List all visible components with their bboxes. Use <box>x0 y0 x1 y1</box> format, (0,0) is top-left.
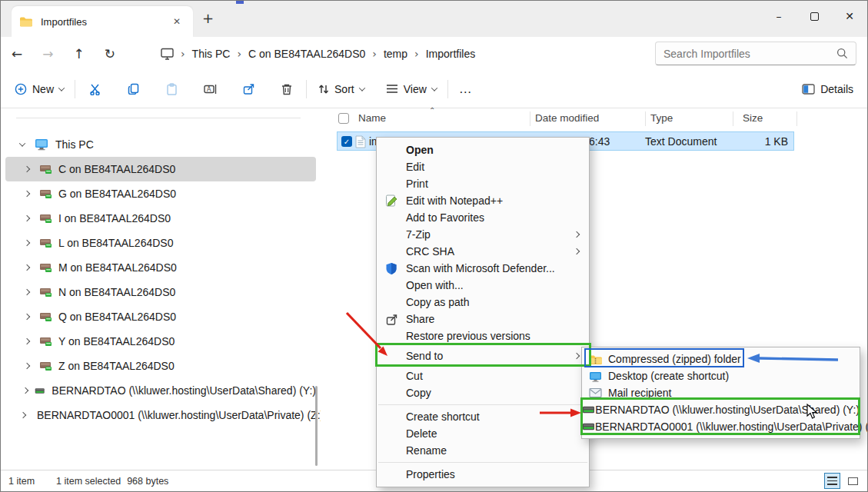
copy-button[interactable] <box>125 83 141 95</box>
details-view-toggle[interactable] <box>824 473 840 489</box>
submenu-item-desktop-shortcut[interactable]: Desktop (create shortcut) <box>582 367 860 384</box>
defender-shield-icon <box>385 262 397 275</box>
breadcrumb-importfiles[interactable]: Importfiles <box>426 48 476 60</box>
forward-button[interactable]: → <box>42 46 53 62</box>
row-checkbox-checked[interactable]: ✓ <box>341 136 352 147</box>
sidebar-item-m-drive[interactable]: M on BE84TAAL264DS0 <box>5 255 316 280</box>
cut-button[interactable] <box>86 83 103 95</box>
menu-item-restore-previous-versions[interactable]: Restore previous versions <box>377 327 589 344</box>
menu-item-print[interactable]: Print <box>377 175 589 192</box>
sidebar-item-bernardtao-y[interactable]: BERNARDTAO (\\kluwer.hosting\UserData\Sh… <box>5 378 316 403</box>
details-pane-icon <box>802 83 815 95</box>
menu-item-copy[interactable]: Copy <box>377 384 589 401</box>
chevron-down-icon[interactable] <box>19 140 25 146</box>
sidebar-item-n-drive[interactable]: N on BE84TAAL264DS0 <box>5 280 316 304</box>
menu-item-delete[interactable]: Delete <box>377 425 589 442</box>
more-icon: … <box>459 81 473 97</box>
column-divider[interactable] <box>733 111 733 126</box>
menu-item-properties[interactable]: Properties <box>377 466 589 483</box>
menu-item-open-with[interactable]: Open with... <box>377 277 589 294</box>
back-button[interactable]: ← <box>12 46 22 62</box>
notepadpp-icon <box>385 194 397 207</box>
chevron-right-icon[interactable] <box>24 314 30 320</box>
breadcrumb-this-pc[interactable]: This PC <box>192 48 231 60</box>
column-divider[interactable] <box>530 111 530 126</box>
sidebar-scrollbar[interactable] <box>315 386 318 466</box>
sidebar-item-label: M on BE84TAAL264DS0 <box>58 261 177 274</box>
sidebar-item-this-pc[interactable]: This PC <box>5 132 316 157</box>
search-box[interactable] <box>655 42 856 65</box>
sidebar-item-c-drive[interactable]: C on BE84TAAL264DS0 <box>5 157 316 181</box>
up-button[interactable]: ↑ <box>74 46 85 62</box>
menu-item-scan-with-defender[interactable]: Scan with Microsoft Defender... <box>377 260 589 277</box>
toolbar-divider <box>75 80 75 98</box>
submenu-item-bernardtao0001-z[interactable]: BERNARDTAO0001 (\\kluwer.hosting\UserDat… <box>582 418 860 435</box>
column-header-date-modified[interactable]: Date modified <box>535 112 599 124</box>
minimize-button[interactable]: – <box>761 1 796 32</box>
breadcrumb-c-drive[interactable]: C on BE84TAAL264DS0 <box>248 48 365 60</box>
maximize-button[interactable] <box>796 1 832 32</box>
new-tab-button[interactable]: + <box>202 10 214 26</box>
search-input[interactable] <box>663 48 836 60</box>
menu-item-label: Open <box>406 144 434 156</box>
chevron-right-icon[interactable] <box>24 264 30 271</box>
menu-item-edit[interactable]: Edit <box>377 158 589 175</box>
see-more-button[interactable]: … <box>459 81 473 97</box>
menu-item-open[interactable]: Open <box>377 141 589 158</box>
sidebar-item-label: Q on BE84TAAL264DS0 <box>58 311 176 323</box>
chevron-right-icon[interactable] <box>20 412 26 418</box>
sidebar-item-z-drive[interactable]: Z on BE84TAAL264DS0 <box>5 354 316 378</box>
new-button[interactable]: New <box>15 83 64 95</box>
sidebar-item-l-drive[interactable]: L on BE84TAAL264DS0 <box>5 231 316 255</box>
submenu-item-compressed-zipped-folder[interactable]: Compressed (zipped) folder <box>582 351 860 367</box>
tab-importfiles[interactable]: Importfiles ✕ <box>12 6 193 37</box>
sidebar-item-i-drive[interactable]: I on BE84TAAL264DS0 <box>5 206 316 231</box>
chevron-right-icon[interactable] <box>24 240 30 246</box>
paste-button[interactable] <box>163 83 180 95</box>
chevron-right-icon[interactable] <box>24 215 30 221</box>
details-button[interactable]: Details <box>802 83 853 95</box>
breadcrumb-temp[interactable]: temp <box>384 48 407 60</box>
delete-button[interactable] <box>278 83 295 95</box>
sidebar-item-q-drive[interactable]: Q on BE84TAAL264DS0 <box>5 304 316 329</box>
menu-item-7zip[interactable]: 7-Zip <box>377 226 589 243</box>
chevron-right-icon[interactable] <box>24 166 30 172</box>
refresh-button[interactable]: ↻ <box>105 46 115 62</box>
submenu-item-mail-recipient[interactable]: Mail recipient <box>582 384 860 401</box>
menu-item-cut[interactable]: Cut <box>377 367 589 384</box>
menu-item-copy-as-path[interactable]: Copy as path <box>377 294 589 311</box>
close-button[interactable]: ✕ <box>832 1 867 32</box>
menu-item-add-to-favorites[interactable]: Add to Favorites <box>377 209 589 226</box>
sidebar-item-bernardtao0001-z[interactable]: BERNARDTAO0001 (\\kluwer.hosting\UserDat… <box>5 403 316 427</box>
menu-item-share[interactable]: Share <box>377 311 589 327</box>
menu-item-create-shortcut[interactable]: Create shortcut <box>377 408 589 425</box>
menu-item-rename[interactable]: Rename <box>377 442 589 459</box>
submenu-item-bernardtao-y[interactable]: BERNARDTAO (\\kluwer.hosting\UserData\Sh… <box>582 401 860 418</box>
view-button[interactable]: View <box>386 83 437 95</box>
chevron-right-icon[interactable] <box>24 338 30 344</box>
sidebar-item-g-drive[interactable]: G on BE84TAAL264DS0 <box>5 181 316 206</box>
share-button[interactable] <box>240 83 257 95</box>
file-size: 1 KB <box>765 135 788 148</box>
chevron-right-icon[interactable] <box>22 387 28 394</box>
selection-bytes: 968 bytes <box>127 476 168 487</box>
rename-button[interactable] <box>201 83 218 95</box>
chevron-right-icon[interactable] <box>24 191 30 197</box>
column-divider[interactable] <box>645 111 646 126</box>
icons-view-toggle[interactable] <box>845 473 861 489</box>
sort-button[interactable]: Sort <box>318 83 364 95</box>
chevron-right-icon[interactable] <box>24 363 30 369</box>
menu-item-edit-with-notepadpp[interactable]: Edit with Notepad++ <box>377 192 589 209</box>
menu-item-crc-sha[interactable]: CRC SHA <box>377 243 589 260</box>
tab-close-icon[interactable]: ✕ <box>168 15 185 28</box>
column-divider[interactable] <box>796 111 797 126</box>
column-header-size[interactable]: Size <box>743 112 763 124</box>
select-all-checkbox[interactable] <box>338 113 349 124</box>
send-to-submenu: Compressed (zipped) folder Desktop (crea… <box>581 347 860 439</box>
column-header-name[interactable]: Name <box>358 112 386 124</box>
sidebar-item-y-drive[interactable]: Y on BE84TAAL264DS0 <box>5 329 316 354</box>
column-header-type[interactable]: Type <box>650 112 673 124</box>
new-button-label: New <box>32 83 54 95</box>
menu-item-send-to[interactable]: Send to <box>377 344 589 367</box>
chevron-right-icon[interactable] <box>24 289 30 295</box>
